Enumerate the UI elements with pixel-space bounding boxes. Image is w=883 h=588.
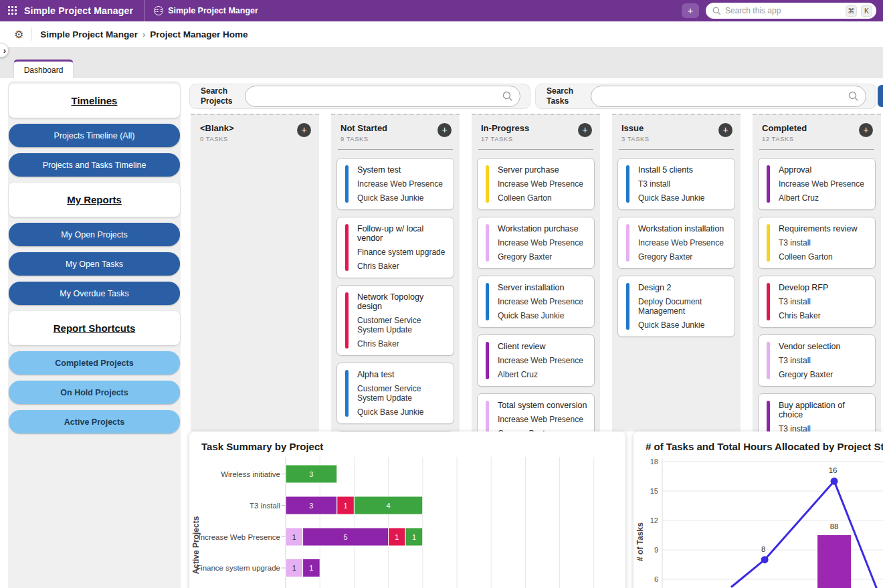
app-icon [154,6,163,15]
svg-text:T3 install: T3 install [250,502,280,510]
task-title: Alpha test [357,370,447,379]
tasks-hours-chart-card: # of Tasks and Total Hours Allocated by … [633,431,883,588]
dashboard-content: TimelinesProjects Timeline (All)Projects… [0,78,883,588]
gear-icon[interactable]: ⚙ [14,28,23,41]
task-assignee: Colleen Garton [779,252,868,262]
task-card-vendor-selection[interactable]: Vendor selectionT3 installGregory Baxter [758,334,876,387]
task-assignee: Quick Base Junkie [638,193,728,203]
task-project: Deploy Document Management [638,297,728,316]
sidebar-button-on-hold-projects[interactable]: On Hold Projects [9,381,180,404]
task-card-alpha-test[interactable]: Alpha testCustomer Service System Update… [336,363,454,424]
task-title: Install 5 clients [638,165,728,175]
tab-dashboard[interactable]: Dashboard [13,60,74,78]
task-assignee: Chris Baker [357,262,447,271]
cmd-key-badge: ⌘ [846,5,857,17]
global-search[interactable]: ⌘ K [706,3,876,19]
task-card-buy-application-of-choice[interactable]: Buy application of choiceT3 installAlber… [758,393,876,431]
sidebar-button-projects-and-tasks-timeline[interactable]: Projects and Tasks Timeline [9,153,180,177]
task-card-install-5-clients[interactable]: Install 5 clientsT3 installQuick Base Ju… [617,158,735,210]
search-icon [848,91,859,102]
svg-text:8: 8 [761,545,765,553]
add-task-button[interactable]: + [578,123,592,137]
task-assignee: Chris Baker [779,311,868,320]
task-project: T3 install [779,297,868,306]
breadcrumb-app[interactable]: Simple Project Manger [40,29,138,39]
svg-text:1: 1 [344,502,348,510]
task-assignee: Albert Cruz [779,193,868,203]
task-title: Server installation [498,283,587,292]
search-tasks-input[interactable] [599,92,848,102]
sidebar-button-completed-projects[interactable]: Completed Projects [9,351,180,375]
task-card-approval[interactable]: ApprovalIncrease Web PresenceAlbert Cruz [758,158,876,210]
task-card-server-purchase[interactable]: Server purchaseIncrease Web PresenceColl… [477,158,595,210]
sidebar-heading-label: Report Shortcuts [54,322,136,334]
kanban-column-blank: <Blank>0 TASKS+ [191,114,319,431]
add-task-button[interactable]: + [718,123,732,137]
task-assignee: Quick Base Junkie [357,193,447,203]
column-separator [338,149,453,150]
task-card-network-topology-design[interactable]: Network Topology designCustomer Service … [336,285,454,356]
task-card-requirements-review[interactable]: Requirements reviewT3 installColleen Gar… [758,217,876,269]
task-card-develop-rfp[interactable]: Develop RFPT3 installChris Baker [758,276,876,328]
task-color-bar [626,165,629,203]
search-projects-input[interactable] [254,92,502,102]
task-assignee: Gregory Baxter [638,252,728,262]
task-project: Increase Web Presence [498,415,587,424]
svg-text:3: 3 [309,502,313,510]
sidebar-button-my-open-projects[interactable]: My Open Projects [9,223,180,246]
task-color-bar [767,165,770,203]
task-title: Requirements review [779,224,868,233]
column-name: Completed [762,123,807,133]
search-projects-field[interactable] [245,86,520,107]
kanban-column-issue: Issue3 TASKS+Install 5 clientsT3 install… [612,114,741,431]
sidebar-button-projects-timeline-all[interactable]: Projects Timeline (All) [9,124,180,147]
svg-text:9: 9 [654,546,658,554]
task-card-total-system-conversion[interactable]: Total system conversionIncrease Web Pres… [477,393,595,431]
task-project: Customer Service System Update [357,316,447,334]
task-title: Workstation purchase [498,224,587,233]
task-card-design-2[interactable]: Design 2Deploy Document ManagementQuick … [617,276,735,337]
column-task-count: 0 TASKS [200,135,234,142]
task-card-client-review[interactable]: Client reviewIncrease Web PresenceAlbert… [477,334,595,387]
task-color-bar [626,224,629,262]
sidebar-button-my-open-tasks[interactable]: My Open Tasks [9,252,180,276]
task-assignee: Gregory Baxter [779,370,868,379]
search-tasks-field[interactable] [591,86,866,107]
task-title: Vendor selection [779,342,868,351]
sidebar-button-my-overdue-tasks[interactable]: My Overdue Tasks [9,282,180,305]
task-color-bar [767,342,770,379]
task-assignee: Quick Base Junkie [498,311,587,320]
column-task-count: 3 TASKS [621,135,650,142]
svg-text:5: 5 [344,533,348,541]
task-color-bar [767,401,770,431]
add-task-button[interactable]: + [859,123,873,137]
breadcrumb-bar: ⚙ Simple Project Manger › Project Manage… [0,21,883,47]
task-card-server-installation[interactable]: Server installationIncrease Web Presence… [477,276,595,328]
task-card-system-test[interactable]: System testIncrease Web PresenceQuick Ba… [336,158,454,210]
sidebar-heading-label: My Reports [67,194,122,205]
search-tasks-box: Search Tasks [535,84,876,109]
svg-text:1: 1 [292,533,296,541]
task-assignee: Gregory Baxter [498,252,587,262]
task-title: Total system conversion [498,401,587,410]
task-color-bar [345,224,349,271]
breadcrumb-separator: › [142,29,145,39]
task-project: Increase Web Presence [498,356,587,365]
task-card-workstation-installation[interactable]: Workstation installationIncrease Web Pre… [617,217,735,269]
add-task-button[interactable]: + [437,123,452,137]
add-task-button[interactable]: + [297,123,311,137]
task-assignee: Quick Base Junkie [638,320,728,330]
svg-text:Increase Web Presence: Increase Web Presence [198,533,280,541]
task-project: T3 install [779,424,868,431]
task-card-workstation-purchase[interactable]: Workstation purchaseIncrease Web Presenc… [477,217,595,269]
page: Simple Project Manager Simple Project Ma… [0,0,883,588]
clipped-edge-button[interactable] [878,85,883,107]
global-search-input[interactable] [725,6,842,15]
task-card-follow-up-w-local-vendor[interactable]: Follow-up w/ local vendorFinance system … [336,217,454,278]
svg-text:18: 18 [650,458,658,466]
app-grid-icon[interactable] [8,6,17,15]
sidebar-button-active-projects[interactable]: Active Projects [9,410,180,433]
global-add-button[interactable]: + [682,3,699,18]
svg-text:6: 6 [654,575,658,583]
app-name[interactable]: Simple Project Manger [168,6,258,15]
